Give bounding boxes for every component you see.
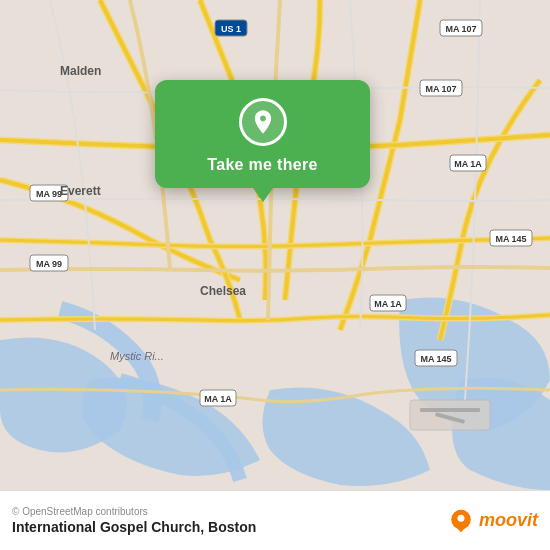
take-me-there-button[interactable]: Take me there — [207, 156, 317, 174]
svg-text:Everett: Everett — [60, 184, 101, 198]
svg-point-29 — [457, 514, 464, 521]
moovit-pin-icon — [447, 507, 475, 535]
location-icon-wrap — [239, 98, 287, 146]
moovit-logo: moovit — [447, 507, 538, 535]
svg-text:MA 1A: MA 1A — [374, 299, 402, 309]
footer: © OpenStreetMap contributors Internation… — [0, 490, 550, 550]
location-pin-icon — [249, 108, 277, 136]
svg-text:MA 99: MA 99 — [36, 189, 62, 199]
footer-left: © OpenStreetMap contributors Internation… — [12, 506, 256, 535]
popup-card: Take me there — [155, 80, 370, 188]
moovit-text: moovit — [479, 510, 538, 531]
place-name: International Gospel Church, Boston — [12, 519, 256, 535]
svg-text:US 1: US 1 — [221, 24, 241, 34]
svg-rect-25 — [410, 400, 490, 430]
map-background: MA 99 MA 99 US 1 MA 107 MA 107 MA 1A MA … — [0, 0, 550, 490]
svg-text:MA 1A: MA 1A — [204, 394, 232, 404]
svg-text:MA 145: MA 145 — [495, 234, 526, 244]
attribution-text: © OpenStreetMap contributors — [12, 506, 256, 517]
svg-text:MA 145: MA 145 — [420, 354, 451, 364]
map-container: MA 99 MA 99 US 1 MA 107 MA 107 MA 1A MA … — [0, 0, 550, 490]
svg-text:Malden: Malden — [60, 64, 101, 78]
svg-text:MA 1A: MA 1A — [454, 159, 482, 169]
svg-text:Mystic Ri...: Mystic Ri... — [110, 350, 164, 362]
svg-text:MA 107: MA 107 — [425, 84, 456, 94]
svg-rect-26 — [420, 408, 480, 412]
svg-text:Chelsea: Chelsea — [200, 284, 246, 298]
svg-text:MA 99: MA 99 — [36, 259, 62, 269]
svg-text:MA 107: MA 107 — [445, 24, 476, 34]
